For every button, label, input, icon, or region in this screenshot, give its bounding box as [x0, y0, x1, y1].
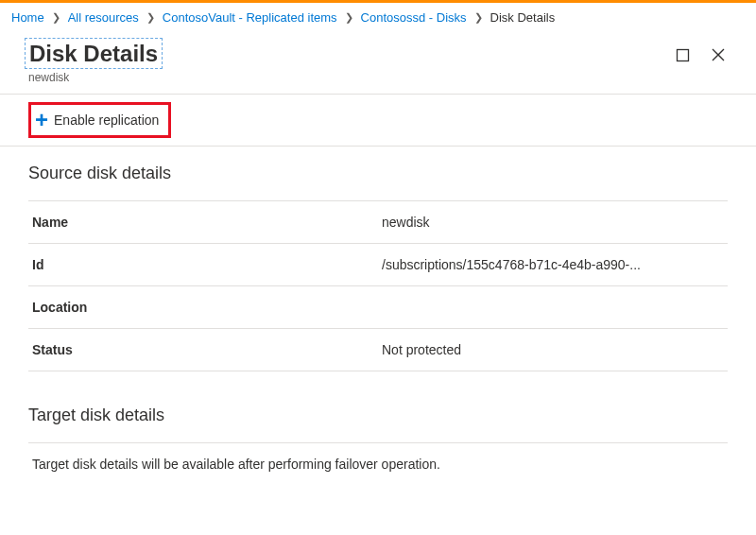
source-section-heading: Source disk details	[28, 164, 728, 183]
close-button[interactable]	[709, 45, 728, 67]
close-icon	[711, 47, 726, 62]
id-label: Id	[28, 244, 378, 286]
table-row: Id /subscriptions/155c4768-b71c-4e4b-a99…	[28, 244, 728, 286]
location-label: Location	[28, 286, 378, 329]
svg-rect-0	[678, 49, 689, 60]
content: Source disk details Name newdisk Id /sub…	[0, 147, 756, 502]
id-value: /subscriptions/155c4768-b71c-4e4b-a990-.…	[378, 244, 728, 286]
chevron-right-icon: ❯	[52, 11, 60, 24]
breadcrumb-all-resources[interactable]: All resources	[68, 10, 139, 25]
page-title: Disk Details	[25, 38, 163, 69]
table-row: Status Not protected	[28, 329, 728, 371]
toolbar: + Enable replication	[0, 95, 756, 147]
maximize-button[interactable]	[674, 46, 692, 67]
page-header: Disk Details newdisk	[0, 32, 756, 95]
chevron-right-icon: ❯	[146, 11, 155, 24]
table-row: Name newdisk	[28, 201, 728, 244]
target-section-heading: Target disk details	[28, 406, 728, 425]
chevron-right-icon: ❯	[345, 11, 353, 24]
page-subtitle: newdisk	[28, 71, 163, 84]
plus-icon: +	[35, 109, 48, 131]
breadcrumb-current: Disk Details	[490, 10, 556, 25]
name-label: Name	[28, 201, 378, 244]
table-row: Location	[28, 286, 728, 329]
chevron-right-icon: ❯	[474, 11, 483, 24]
breadcrumb-vault[interactable]: ContosoVault - Replicated items	[163, 10, 337, 25]
target-note: Target disk details will be available af…	[28, 442, 728, 485]
status-label: Status	[28, 329, 378, 371]
square-icon	[676, 48, 690, 62]
enable-replication-button[interactable]: + Enable replication	[28, 102, 171, 138]
breadcrumb-home[interactable]: Home	[11, 10, 44, 25]
status-value: Not protected	[378, 329, 728, 371]
source-details-table: Name newdisk Id /subscriptions/155c4768-…	[28, 200, 728, 371]
breadcrumb: Home ❯ All resources ❯ ContosoVault - Re…	[0, 3, 756, 32]
name-value: newdisk	[378, 201, 728, 244]
location-value	[378, 286, 728, 329]
breadcrumb-disks[interactable]: Contosossd - Disks	[361, 10, 467, 25]
enable-replication-label: Enable replication	[54, 112, 159, 128]
